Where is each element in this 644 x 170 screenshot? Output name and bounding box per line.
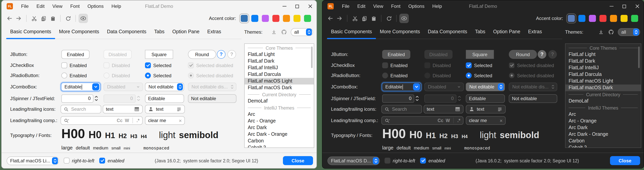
theme-item[interactable]: FlatLaf Darcula: [245, 71, 314, 78]
menu-view[interactable]: View: [369, 1, 387, 12]
accent-swatch-green[interactable]: [631, 15, 638, 22]
maximize-button[interactable]: [618, 1, 631, 12]
enabled-checkbox[interactable]: enabled: [100, 158, 124, 163]
accent-swatch-red[interactable]: [600, 15, 606, 22]
tab-tabs[interactable]: Tabs: [150, 25, 168, 39]
theme-item[interactable]: FlatLaf IntelliJ: [566, 65, 641, 71]
help-button-primary[interactable]: ?: [538, 50, 546, 59]
text-input-calendar[interactable]: text: [424, 105, 464, 113]
menu-options[interactable]: Options: [84, 1, 108, 12]
clear-x-icon[interactable]: ×: [179, 118, 182, 123]
square-button[interactable]: Square: [466, 50, 494, 59]
match-case-button[interactable]: Cc: [438, 118, 443, 123]
whole-word-button[interactable]: W: [446, 118, 450, 123]
accent-swatch-yellow[interactable]: [620, 15, 628, 22]
regex-button[interactable]: .*: [136, 118, 140, 123]
accent-swatch-purple[interactable]: [589, 15, 596, 22]
paste-button[interactable]: [48, 14, 58, 23]
search-input[interactable]: Search: [60, 105, 101, 113]
theme-item[interactable]: Arc Dark: [566, 124, 641, 131]
not-editable-combobox[interactable]: Not editable: [145, 83, 184, 91]
forward-button[interactable]: [14, 14, 24, 23]
tab-basic-components[interactable]: Basic Components: [6, 25, 55, 39]
theme-item[interactable]: FlatLaf macOS Dark: [245, 85, 314, 91]
spinner-enabled[interactable]: 0: [61, 94, 99, 102]
theme-item[interactable]: Cobalt 2: [245, 144, 314, 148]
maximize-button[interactable]: [291, 1, 304, 12]
accent-swatch-blue[interactable]: [578, 15, 586, 22]
editable-textfield[interactable]: Editable: [145, 94, 184, 103]
theme-item[interactable]: Arc Dark: [245, 124, 314, 131]
paste-button[interactable]: [369, 14, 378, 23]
minimize-button[interactable]: [278, 1, 291, 12]
enabled-button[interactable]: Enabled: [61, 50, 90, 59]
text-input-calendar[interactable]: text: [103, 105, 143, 113]
copy-button[interactable]: [360, 14, 369, 23]
clear-me-input[interactable]: clear me ×: [466, 116, 506, 125]
theme-item[interactable]: Arc: [245, 111, 314, 118]
theme-item[interactable]: FlatLaf Darcula: [566, 71, 641, 78]
scrollbar-thumb[interactable]: [311, 47, 312, 68]
editable-textfield[interactable]: Editable: [466, 94, 505, 103]
spinner-value[interactable]: 0: [382, 94, 414, 102]
theme-item[interactable]: FlatLaf macOS Light: [566, 78, 641, 85]
theme-item-selected[interactable]: FlatLaf macOS Dark: [566, 85, 641, 91]
copy-button[interactable]: [39, 14, 48, 23]
themes-filter-combo[interactable]: all: [291, 28, 313, 36]
back-button[interactable]: [326, 14, 335, 23]
show-hidden-toggle[interactable]: [399, 14, 409, 23]
github-icon[interactable]: [281, 29, 287, 35]
search-field-with-options[interactable]: Cc W .*: [382, 116, 464, 125]
tab-data-components[interactable]: Data Components: [103, 25, 150, 39]
not-editable-combobox[interactable]: Not editable: [466, 83, 505, 91]
back-button[interactable]: [5, 14, 14, 23]
theme-item[interactable]: DemoLaf: [566, 98, 641, 104]
tab-data-components[interactable]: Data Components: [424, 25, 471, 39]
spinner-arrows[interactable]: [94, 94, 99, 102]
round-button[interactable]: Round: [188, 50, 216, 59]
search-input[interactable]: Search: [382, 105, 422, 113]
text-input-user-list[interactable]: text: [145, 105, 185, 113]
checkbox-selected[interactable]: Selected: [145, 62, 171, 68]
themes-filter-combo[interactable]: all: [618, 28, 640, 36]
search-dropdown-icon[interactable]: [384, 118, 390, 123]
clear-me-input[interactable]: clear me ×: [145, 116, 185, 125]
round-button[interactable]: Round: [509, 50, 537, 59]
close-window-button[interactable]: [304, 1, 316, 12]
theme-item[interactable]: Arc Dark - Orange: [245, 131, 314, 138]
close-window-button[interactable]: [631, 1, 644, 12]
close-button[interactable]: Close: [610, 156, 640, 165]
radio-enabled[interactable]: Enabled: [61, 73, 87, 78]
show-hidden-toggle[interactable]: [78, 14, 88, 23]
clear-x-icon[interactable]: ×: [500, 118, 502, 123]
square-button[interactable]: Square: [145, 50, 173, 59]
accent-swatch-yellow[interactable]: [294, 15, 300, 22]
enabled-checkbox[interactable]: enabled: [420, 158, 445, 163]
theme-item[interactable]: DemoLaf: [245, 98, 314, 104]
tab-more-components[interactable]: More Components: [55, 25, 103, 39]
theme-item-selected[interactable]: FlatLaf macOS Light: [245, 78, 314, 85]
radio-enabled[interactable]: Enabled: [382, 73, 408, 78]
github-icon[interactable]: [608, 29, 614, 35]
checkbox-selected[interactable]: Selected: [466, 62, 492, 68]
right-to-left-checkbox[interactable]: right-to-left: [64, 158, 94, 163]
menu-edit[interactable]: Edit: [33, 1, 48, 12]
text-input-user-list[interactable]: text: [466, 105, 506, 113]
search-dropdown-icon[interactable]: [64, 118, 70, 123]
cut-button[interactable]: [350, 14, 360, 23]
theme-item[interactable]: Arc - Orange: [245, 118, 314, 124]
menu-view[interactable]: View: [48, 1, 66, 12]
chevron-down-icon[interactable]: [413, 83, 420, 90]
match-case-button[interactable]: Cc: [117, 118, 122, 123]
theme-item[interactable]: Carbon: [245, 138, 314, 144]
enabled-button[interactable]: Enabled: [382, 50, 410, 59]
spinner-value[interactable]: 0: [61, 94, 94, 102]
menu-font[interactable]: Font: [387, 1, 404, 12]
tab-option-pane[interactable]: Option Pane: [489, 25, 524, 39]
radio-selected[interactable]: Selected: [145, 73, 171, 78]
checkbox-enabled[interactable]: Enabled: [61, 62, 87, 68]
theme-item[interactable]: FlatLaf IntelliJ: [245, 65, 314, 71]
theme-item[interactable]: Arc - Orange: [566, 118, 641, 124]
theme-item[interactable]: FlatLaf Dark: [245, 58, 314, 65]
menu-font[interactable]: Font: [66, 1, 84, 12]
